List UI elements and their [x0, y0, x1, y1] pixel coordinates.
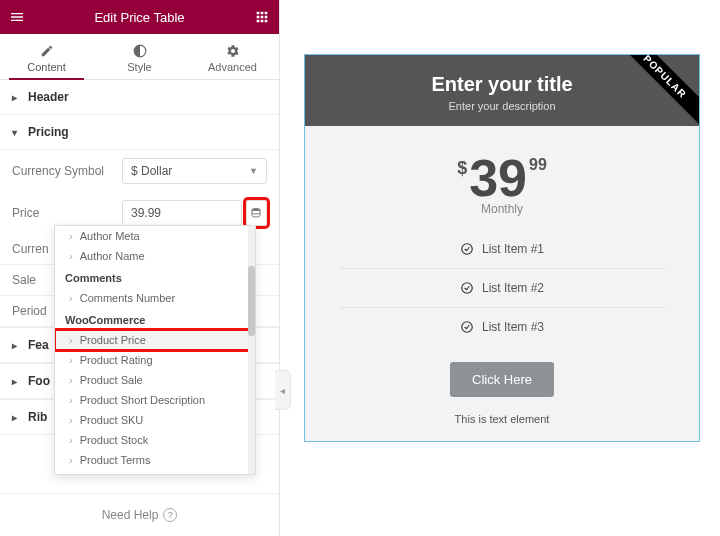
section-title: Foo — [28, 374, 50, 388]
section-pricing[interactable]: ▾ Pricing — [0, 115, 279, 150]
dropdown-item[interactable]: Product Short Description — [55, 390, 255, 410]
tab-label: Style — [127, 61, 151, 73]
price-period: Monthly — [315, 202, 689, 216]
widget-description: Enter your description — [315, 100, 689, 112]
feature-text: List Item #1 — [482, 242, 544, 256]
preview-canvas: POPULAR Enter your title Enter your desc… — [280, 0, 720, 536]
dropdown-item[interactable]: Product SKU — [55, 410, 255, 430]
check-icon — [460, 281, 474, 295]
tab-advanced[interactable]: Advanced — [186, 34, 279, 79]
svg-point-1 — [252, 208, 260, 211]
editor-panel: Edit Price Table Content Style Advanced … — [0, 0, 280, 536]
section-header[interactable]: ▸ Header — [0, 80, 279, 115]
cta-button[interactable]: Click Here — [450, 362, 554, 397]
dropdown-item[interactable]: Product Title — [55, 470, 255, 475]
price-cents: 99 — [529, 156, 547, 174]
dropdown-item[interactable]: Product Rating — [55, 350, 255, 370]
apps-icon[interactable] — [253, 8, 271, 26]
pricing-fields: Currency Symbol $ Dollar ▼ Price — [0, 150, 279, 234]
svg-point-3 — [462, 283, 473, 294]
app-root: Edit Price Table Content Style Advanced … — [0, 0, 720, 536]
dropdown-item-product-price[interactable]: Product Price — [55, 330, 255, 350]
pencil-icon — [40, 44, 54, 58]
chevron-right-icon: ▸ — [12, 340, 22, 351]
tab-label: Advanced — [208, 61, 257, 73]
section-title: Rib — [28, 410, 47, 424]
tab-style[interactable]: Style — [93, 34, 186, 79]
chevron-down-icon: ▾ — [12, 127, 22, 138]
svg-point-2 — [462, 244, 473, 255]
dropdown-scrollbar[interactable] — [248, 226, 255, 474]
check-icon — [460, 320, 474, 334]
chevron-right-icon: ▸ — [12, 412, 22, 423]
price-amount: 39 — [469, 152, 527, 204]
price-currency: $ — [457, 158, 467, 179]
chevron-right-icon: ▸ — [12, 92, 22, 103]
panel-tabs: Content Style Advanced — [0, 34, 279, 80]
dynamic-tags-button[interactable] — [246, 200, 267, 226]
help-icon: ? — [163, 508, 177, 522]
section-title: Pricing — [28, 125, 69, 139]
dropdown-group-woocommerce: WooCommerce — [55, 308, 255, 330]
dropdown-item[interactable]: Product Sale — [55, 370, 255, 390]
dropdown-group-comments: Comments — [55, 266, 255, 288]
contrast-icon — [133, 44, 147, 58]
widget-title: Enter your title — [315, 73, 689, 96]
chevron-right-icon: ▸ — [12, 376, 22, 387]
section-title: Header — [28, 90, 69, 104]
gear-icon — [226, 44, 240, 58]
field-currency-symbol: Currency Symbol $ Dollar ▼ — [12, 150, 267, 192]
need-help-label: Need Help — [102, 508, 159, 522]
price-table-widget[interactable]: POPULAR Enter your title Enter your desc… — [304, 54, 700, 442]
price-block: $ 39 99 Monthly — [305, 126, 699, 220]
svg-point-4 — [462, 322, 473, 333]
dropdown-item[interactable]: Author Name — [55, 246, 255, 266]
price-input[interactable] — [122, 200, 242, 226]
dynamic-tags-dropdown: Author Meta Author Name Comments Comment… — [54, 225, 256, 475]
dropdown-item[interactable]: Product Terms — [55, 450, 255, 470]
panel-collapse-handle[interactable]: ◂ — [275, 370, 291, 410]
features-list: List Item #1 List Item #2 List Item #3 — [305, 220, 699, 352]
dropdown-item[interactable]: Comments Number — [55, 288, 255, 308]
currency-symbol-select[interactable]: $ Dollar ▼ — [122, 158, 267, 184]
dropdown-item[interactable]: Author Meta — [55, 226, 255, 246]
field-label: Price — [12, 206, 122, 220]
scrollbar-thumb[interactable] — [248, 266, 255, 336]
panel-title: Edit Price Table — [26, 10, 253, 25]
feature-text: List Item #3 — [482, 320, 544, 334]
panel-header: Edit Price Table — [0, 0, 279, 34]
need-help-link[interactable]: Need Help ? — [0, 493, 279, 536]
tab-content[interactable]: Content — [0, 34, 93, 79]
database-icon — [250, 207, 262, 219]
feature-item: List Item #1 — [339, 230, 665, 269]
select-value: $ Dollar — [131, 164, 172, 178]
dropdown-item[interactable]: Product Stock — [55, 430, 255, 450]
menu-icon[interactable] — [8, 8, 26, 26]
footer-text: This is text element — [305, 403, 699, 441]
field-label: Currency Symbol — [12, 164, 122, 178]
caret-down-icon: ▼ — [249, 166, 258, 176]
cta-wrap: Click Here — [305, 352, 699, 403]
tab-label: Content — [27, 61, 66, 73]
feature-item: List Item #2 — [339, 269, 665, 308]
feature-text: List Item #2 — [482, 281, 544, 295]
section-title: Fea — [28, 338, 49, 352]
check-icon — [460, 242, 474, 256]
feature-item: List Item #3 — [339, 308, 665, 346]
